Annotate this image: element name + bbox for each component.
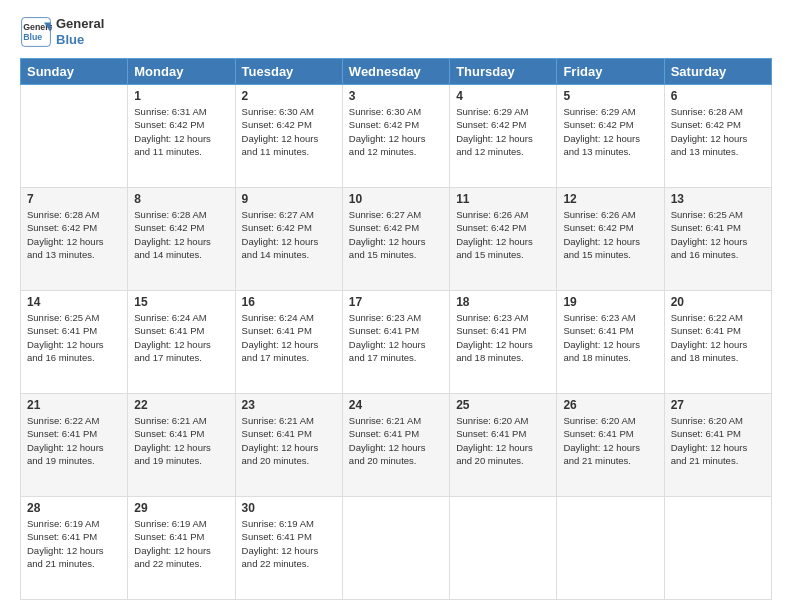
page: General Blue General Blue SundayMondayTu…: [0, 0, 792, 612]
day-info: Sunrise: 6:26 AMSunset: 6:42 PMDaylight:…: [456, 208, 550, 261]
day-info: Sunrise: 6:20 AMSunset: 6:41 PMDaylight:…: [563, 414, 657, 467]
day-number: 19: [563, 295, 657, 309]
day-number: 12: [563, 192, 657, 206]
week-row-2: 14Sunrise: 6:25 AMSunset: 6:41 PMDayligh…: [21, 291, 772, 394]
calendar-cell: 25Sunrise: 6:20 AMSunset: 6:41 PMDayligh…: [450, 394, 557, 497]
day-number: 17: [349, 295, 443, 309]
day-number: 18: [456, 295, 550, 309]
day-info: Sunrise: 6:19 AMSunset: 6:41 PMDaylight:…: [242, 517, 336, 570]
col-header-friday: Friday: [557, 59, 664, 85]
calendar-cell: [21, 85, 128, 188]
calendar-cell: 19Sunrise: 6:23 AMSunset: 6:41 PMDayligh…: [557, 291, 664, 394]
col-header-tuesday: Tuesday: [235, 59, 342, 85]
col-header-thursday: Thursday: [450, 59, 557, 85]
day-number: 22: [134, 398, 228, 412]
day-number: 3: [349, 89, 443, 103]
day-number: 15: [134, 295, 228, 309]
day-info: Sunrise: 6:24 AMSunset: 6:41 PMDaylight:…: [242, 311, 336, 364]
day-info: Sunrise: 6:28 AMSunset: 6:42 PMDaylight:…: [27, 208, 121, 261]
day-info: Sunrise: 6:28 AMSunset: 6:42 PMDaylight:…: [134, 208, 228, 261]
day-info: Sunrise: 6:25 AMSunset: 6:41 PMDaylight:…: [27, 311, 121, 364]
calendar-cell: 6Sunrise: 6:28 AMSunset: 6:42 PMDaylight…: [664, 85, 771, 188]
calendar-cell: 18Sunrise: 6:23 AMSunset: 6:41 PMDayligh…: [450, 291, 557, 394]
col-header-sunday: Sunday: [21, 59, 128, 85]
calendar-cell: 3Sunrise: 6:30 AMSunset: 6:42 PMDaylight…: [342, 85, 449, 188]
day-info: Sunrise: 6:21 AMSunset: 6:41 PMDaylight:…: [242, 414, 336, 467]
day-number: 23: [242, 398, 336, 412]
logo-icon: General Blue: [20, 16, 52, 48]
day-number: 30: [242, 501, 336, 515]
calendar-cell: 4Sunrise: 6:29 AMSunset: 6:42 PMDaylight…: [450, 85, 557, 188]
calendar-cell: 28Sunrise: 6:19 AMSunset: 6:41 PMDayligh…: [21, 497, 128, 600]
calendar-cell: 16Sunrise: 6:24 AMSunset: 6:41 PMDayligh…: [235, 291, 342, 394]
day-number: 20: [671, 295, 765, 309]
calendar-cell: 14Sunrise: 6:25 AMSunset: 6:41 PMDayligh…: [21, 291, 128, 394]
calendar-cell: 13Sunrise: 6:25 AMSunset: 6:41 PMDayligh…: [664, 188, 771, 291]
day-info: Sunrise: 6:21 AMSunset: 6:41 PMDaylight:…: [134, 414, 228, 467]
day-number: 25: [456, 398, 550, 412]
calendar-cell: 10Sunrise: 6:27 AMSunset: 6:42 PMDayligh…: [342, 188, 449, 291]
day-number: 6: [671, 89, 765, 103]
day-info: Sunrise: 6:29 AMSunset: 6:42 PMDaylight:…: [456, 105, 550, 158]
day-info: Sunrise: 6:26 AMSunset: 6:42 PMDaylight:…: [563, 208, 657, 261]
day-info: Sunrise: 6:19 AMSunset: 6:41 PMDaylight:…: [134, 517, 228, 570]
day-info: Sunrise: 6:23 AMSunset: 6:41 PMDaylight:…: [563, 311, 657, 364]
day-number: 28: [27, 501, 121, 515]
calendar-cell: 26Sunrise: 6:20 AMSunset: 6:41 PMDayligh…: [557, 394, 664, 497]
day-number: 21: [27, 398, 121, 412]
calendar-cell: 20Sunrise: 6:22 AMSunset: 6:41 PMDayligh…: [664, 291, 771, 394]
calendar-cell: 1Sunrise: 6:31 AMSunset: 6:42 PMDaylight…: [128, 85, 235, 188]
day-info: Sunrise: 6:23 AMSunset: 6:41 PMDaylight:…: [456, 311, 550, 364]
logo-text-blue: Blue: [56, 32, 104, 48]
calendar-cell: 21Sunrise: 6:22 AMSunset: 6:41 PMDayligh…: [21, 394, 128, 497]
day-info: Sunrise: 6:20 AMSunset: 6:41 PMDaylight:…: [671, 414, 765, 467]
day-info: Sunrise: 6:27 AMSunset: 6:42 PMDaylight:…: [242, 208, 336, 261]
day-number: 10: [349, 192, 443, 206]
calendar-cell: 7Sunrise: 6:28 AMSunset: 6:42 PMDaylight…: [21, 188, 128, 291]
day-info: Sunrise: 6:30 AMSunset: 6:42 PMDaylight:…: [349, 105, 443, 158]
day-number: 1: [134, 89, 228, 103]
col-header-wednesday: Wednesday: [342, 59, 449, 85]
day-info: Sunrise: 6:19 AMSunset: 6:41 PMDaylight:…: [27, 517, 121, 570]
day-info: Sunrise: 6:31 AMSunset: 6:42 PMDaylight:…: [134, 105, 228, 158]
calendar-cell: [664, 497, 771, 600]
day-info: Sunrise: 6:20 AMSunset: 6:41 PMDaylight:…: [456, 414, 550, 467]
day-info: Sunrise: 6:22 AMSunset: 6:41 PMDaylight:…: [27, 414, 121, 467]
day-number: 13: [671, 192, 765, 206]
svg-text:Blue: Blue: [23, 32, 42, 42]
day-number: 24: [349, 398, 443, 412]
calendar-cell: [450, 497, 557, 600]
header: General Blue General Blue: [20, 16, 772, 48]
col-header-monday: Monday: [128, 59, 235, 85]
calendar-cell: [557, 497, 664, 600]
calendar-cell: 23Sunrise: 6:21 AMSunset: 6:41 PMDayligh…: [235, 394, 342, 497]
day-number: 14: [27, 295, 121, 309]
calendar-cell: 24Sunrise: 6:21 AMSunset: 6:41 PMDayligh…: [342, 394, 449, 497]
calendar-table: SundayMondayTuesdayWednesdayThursdayFrid…: [20, 58, 772, 600]
day-info: Sunrise: 6:21 AMSunset: 6:41 PMDaylight:…: [349, 414, 443, 467]
day-info: Sunrise: 6:27 AMSunset: 6:42 PMDaylight:…: [349, 208, 443, 261]
col-header-saturday: Saturday: [664, 59, 771, 85]
day-number: 27: [671, 398, 765, 412]
day-number: 7: [27, 192, 121, 206]
day-number: 8: [134, 192, 228, 206]
calendar-cell: 9Sunrise: 6:27 AMSunset: 6:42 PMDaylight…: [235, 188, 342, 291]
week-row-0: 1Sunrise: 6:31 AMSunset: 6:42 PMDaylight…: [21, 85, 772, 188]
calendar-cell: 29Sunrise: 6:19 AMSunset: 6:41 PMDayligh…: [128, 497, 235, 600]
day-info: Sunrise: 6:30 AMSunset: 6:42 PMDaylight:…: [242, 105, 336, 158]
calendar-cell: 2Sunrise: 6:30 AMSunset: 6:42 PMDaylight…: [235, 85, 342, 188]
calendar-cell: 30Sunrise: 6:19 AMSunset: 6:41 PMDayligh…: [235, 497, 342, 600]
calendar-cell: 5Sunrise: 6:29 AMSunset: 6:42 PMDaylight…: [557, 85, 664, 188]
day-info: Sunrise: 6:28 AMSunset: 6:42 PMDaylight:…: [671, 105, 765, 158]
calendar-cell: 8Sunrise: 6:28 AMSunset: 6:42 PMDaylight…: [128, 188, 235, 291]
day-number: 16: [242, 295, 336, 309]
week-row-4: 28Sunrise: 6:19 AMSunset: 6:41 PMDayligh…: [21, 497, 772, 600]
day-number: 26: [563, 398, 657, 412]
day-info: Sunrise: 6:25 AMSunset: 6:41 PMDaylight:…: [671, 208, 765, 261]
week-row-3: 21Sunrise: 6:22 AMSunset: 6:41 PMDayligh…: [21, 394, 772, 497]
day-info: Sunrise: 6:29 AMSunset: 6:42 PMDaylight:…: [563, 105, 657, 158]
calendar-cell: 12Sunrise: 6:26 AMSunset: 6:42 PMDayligh…: [557, 188, 664, 291]
day-info: Sunrise: 6:24 AMSunset: 6:41 PMDaylight:…: [134, 311, 228, 364]
day-number: 29: [134, 501, 228, 515]
week-row-1: 7Sunrise: 6:28 AMSunset: 6:42 PMDaylight…: [21, 188, 772, 291]
